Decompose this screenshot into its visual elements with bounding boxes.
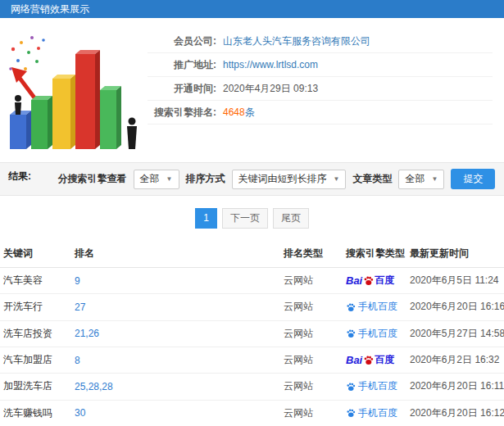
last-page-button[interactable]: 尾页 [273,208,309,229]
rank-cell: 27 [71,294,280,321]
engine-cell: Bai 百度 [343,268,406,294]
rank-cell: 21,26 [71,320,280,347]
mobile-baidu-paw-icon [346,408,356,418]
sort-select[interactable]: 关键词由短到长排序 ▼ [232,170,347,189]
keyword-cell: 开洗车行 [0,294,71,321]
keyword-cell: 汽车加盟店 [0,347,71,374]
baidu-paw-icon [363,275,374,286]
baidu-logo: Bai 百度 [346,353,394,367]
col-engine-type: 搜索引擎类型 [343,240,406,268]
rank-cell: 25,28,28 [71,374,280,401]
filter-controls: 分搜索引擎查看 全部 ▼ 排序方式 关键词由短到长排序 ▼ 文章类型 全部 ▼ … [9,169,496,189]
promo-url-label: 推广地址: [148,58,223,72]
open-time-value: 2020年4月29日 09:13 [223,82,318,96]
rank-type-cell: 云网站 [280,294,343,321]
marketing-report-page: 网络营销效果展示 [0,0,504,426]
baidu-bai-text: Bai [346,354,362,366]
company-link[interactable]: 山东老人头汽车服务咨询有限公司 [223,34,370,48]
submit-button[interactable]: 提交 [451,169,495,189]
update-time-cell: 2020年6月2日 16:32 [406,347,504,374]
rank-type-cell: 云网站 [280,400,343,426]
table-row: 汽车加盟店 8 云网站 Bai 百度 2020年6月2日 16:32 [0,347,504,374]
engine-cell: 手机百度 [343,400,406,426]
open-time-label: 开通时间: [148,82,223,96]
mobile-baidu-logo: 手机百度 [346,300,397,314]
result-label: 结果: [8,170,31,184]
mobile-baidu-label: 手机百度 [358,300,397,314]
update-time-cell: 2020年5月27日 14:58 [406,320,504,347]
filter-bar: 结果: 分搜索引擎查看 全部 ▼ 排序方式 关键词由短到长排序 ▼ 文章类型 全… [0,162,504,196]
mobile-baidu-label: 手机百度 [358,406,397,420]
keyword-cell: 洗车店投资 [0,320,71,347]
engine-filter-value: 全部 [140,172,160,186]
baidu-paw-icon [363,355,374,365]
baidu-logo: Bai 百度 [346,274,394,288]
mobile-baidu-label: 手机百度 [358,379,397,393]
baidu-bai-text: Bai [346,274,362,287]
article-type-value: 全部 [405,172,425,186]
promo-url-row: 推广地址: https://www.lrtlsd.com [148,53,493,77]
rank-count-label: 搜索引擎排名: [148,106,223,120]
rank-count-value: 4648条 [223,106,255,120]
col-rank: 排名 [71,240,280,268]
chevron-down-icon: ▼ [334,175,340,183]
page-title: 网络营销效果展示 [0,0,504,18]
pagination: 1 下一页 尾页 [0,196,504,240]
rank-type-cell: 云网站 [280,347,343,374]
update-time-cell: 2020年6月20日 16:12 [406,400,504,426]
growth-chart-graphic [5,26,146,151]
keyword-cell: 汽车美容 [0,268,71,294]
engine-cell: 手机百度 [343,374,406,401]
rank-count-number: 4648 [223,106,245,118]
rank-count-row: 搜索引擎排名: 4648条 [148,101,493,125]
engine-cell: 手机百度 [343,294,406,321]
sort-value: 关键词由短到长排序 [238,172,327,186]
page-1-button[interactable]: 1 [195,208,217,229]
mobile-baidu-paw-icon [346,382,356,392]
rank-cell: 9 [71,268,280,294]
mobile-baidu-logo: 手机百度 [346,327,397,341]
rank-cell: 30 [71,400,280,426]
col-rank-type: 排名类型 [280,240,343,268]
company-label: 会员公司: [148,34,223,48]
mobile-baidu-label: 手机百度 [358,327,397,341]
chevron-down-icon: ▼ [431,175,438,183]
rank-type-cell: 云网站 [280,268,343,294]
keyword-cell: 加盟洗车店 [0,374,71,401]
mobile-baidu-logo: 手机百度 [346,406,397,420]
info-section: 会员公司: 山东老人头汽车服务咨询有限公司 推广地址: https://www.… [0,18,504,162]
keyword-rank-table: 关键词 排名 排名类型 搜索引擎类型 最新更新时间 汽车美容 9 云网站 Bai… [0,240,504,426]
promo-url-link[interactable]: https://www.lrtlsd.com [223,59,318,70]
rank-cell: 8 [71,347,280,374]
update-time-cell: 2020年6月20日 16:11 [406,374,504,401]
update-time-cell: 2020年6月20日 16:16 [406,294,504,321]
bar-chart-illustration [0,23,148,154]
mobile-baidu-paw-icon [346,302,356,312]
open-time-row: 开通时间: 2020年4月29日 09:13 [148,77,493,101]
sort-label: 排序方式 [186,172,225,186]
rank-type-cell: 云网站 [280,320,343,347]
company-row: 会员公司: 山东老人头汽车服务咨询有限公司 [148,29,493,53]
mobile-baidu-paw-icon [346,329,356,338]
engine-filter-label: 分搜索引擎查看 [58,172,127,186]
table-row: 洗车店投资 21,26 云网站 手机百度 2020年5月27日 14:58 [0,320,504,347]
next-page-button[interactable]: 下一页 [222,208,268,229]
table-row: 加盟洗车店 25,28,28 云网站 手机百度 2020年6月20日 16:11 [0,374,504,401]
table-row: 开洗车行 27 云网站 手机百度 2020年6月20日 16:16 [0,294,504,321]
mobile-baidu-logo: 手机百度 [346,379,397,393]
table-header-row: 关键词 排名 排名类型 搜索引擎类型 最新更新时间 [0,240,504,268]
rank-type-cell: 云网站 [280,374,343,401]
engine-cell: 手机百度 [343,320,406,347]
member-info-form: 会员公司: 山东老人头汽车服务咨询有限公司 推广地址: https://www.… [148,23,504,154]
engine-filter-select[interactable]: 全部 ▼ [134,170,179,189]
rank-count-suffix: 条 [245,106,255,118]
baidu-du-text: 百度 [375,274,394,288]
baidu-du-text: 百度 [375,353,394,367]
table-row: 洗车赚钱吗 30 云网站 手机百度 2020年6月20日 16:12 [0,400,504,426]
col-keyword: 关键词 [0,240,71,268]
engine-cell: Bai 百度 [343,347,406,374]
chevron-down-icon: ▼ [166,175,173,183]
table-row: 汽车美容 9 云网站 Bai 百度 2020年6月5日 11:24 [0,268,504,294]
keyword-cell: 洗车赚钱吗 [0,400,71,426]
article-type-select[interactable]: 全部 ▼ [398,170,444,189]
